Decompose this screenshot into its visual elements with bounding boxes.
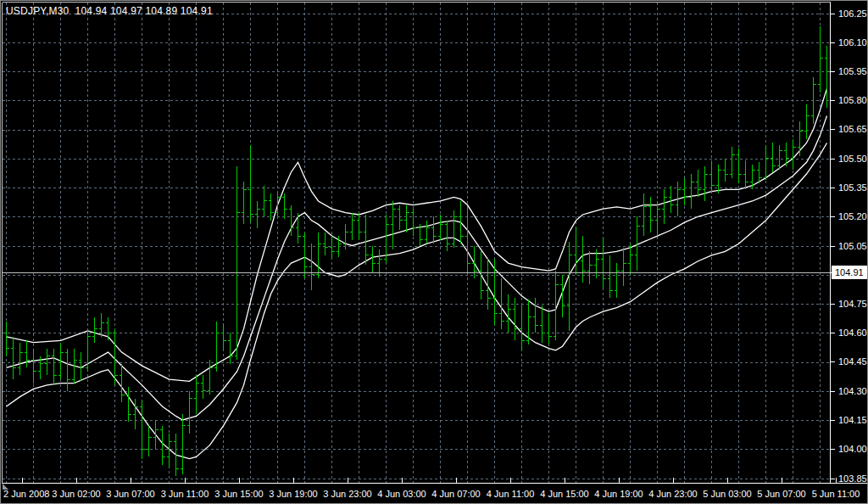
- band-line: [7, 89, 827, 382]
- price-axis-label: 105.95: [838, 66, 868, 77]
- price-axis-label: 104.30: [838, 386, 868, 397]
- chart-plot-area[interactable]: [1, 1, 868, 504]
- price-axis-label: 105.65: [838, 124, 868, 135]
- price-axis-label: 104.75: [838, 299, 868, 310]
- band-line: [7, 143, 827, 458]
- price-axis-label: 105.20: [838, 211, 868, 222]
- price-axis-label: 104.15: [838, 415, 868, 426]
- current-price-label: 104.91: [832, 266, 868, 279]
- price-axis-label: 106.10: [838, 37, 868, 48]
- price-axis-label: 104.60: [838, 328, 868, 339]
- time-axis-label: 5 Jun 11:00: [804, 488, 868, 500]
- band-line: [7, 116, 827, 420]
- price-axis-label: 105.35: [838, 182, 868, 193]
- time-axis-label: 2 Jun 2008: [3, 488, 49, 500]
- price-axis-label: 103.85: [838, 473, 868, 484]
- price-axis-label: 105.05: [838, 241, 868, 252]
- price-axis-label: 105.80: [838, 95, 868, 106]
- price-axis-label: 104.45: [838, 356, 868, 367]
- chart-title: USDJPY,M30 104.94 104.97 104.89 104.91: [6, 5, 213, 17]
- price-axis-label: 104.00: [838, 444, 868, 455]
- axis-corner-triangle-icon: [3, 484, 8, 490]
- price-axis-label: 106.25: [838, 8, 868, 20]
- mt4-chart-window: USDJPY,M30 104.94 104.97 104.89 104.91 1…: [0, 0, 868, 504]
- price-axis-label: 105.50: [838, 154, 868, 165]
